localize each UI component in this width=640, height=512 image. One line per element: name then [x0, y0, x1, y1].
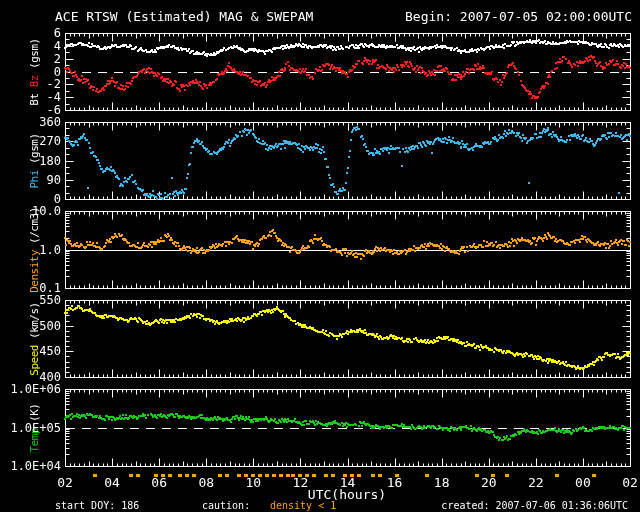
- x-tick-label: 20: [481, 475, 497, 490]
- ace-rtsw-plot: ACE RTSW (Estimated) MAG & SWEPAM Begin:…: [0, 0, 640, 512]
- y-tick-label: 10.0: [0, 204, 61, 218]
- y-tick-label: 1.0E+06: [0, 382, 61, 396]
- y-axis-label-speed: Speed (km/s): [28, 302, 41, 375]
- caution-label: caution:: [202, 500, 250, 511]
- plot-title: ACE RTSW (Estimated) MAG & SWEPAM: [55, 9, 313, 24]
- x-tick-label: 18: [434, 475, 450, 490]
- caution-density-note: density < 1: [270, 500, 336, 511]
- y-tick-label: 550: [0, 293, 61, 307]
- y-tick-label: 450: [0, 344, 61, 358]
- x-tick-label: 06: [151, 475, 167, 490]
- x-tick-label: 10: [246, 475, 262, 490]
- y-tick-label: 1.0E+04: [0, 459, 61, 473]
- start-doy-label: start DOY: 186: [55, 500, 139, 511]
- x-tick-label: 16: [387, 475, 403, 490]
- y-tick-label: 1.0E+05: [0, 421, 61, 435]
- x-tick-label: 04: [104, 475, 120, 490]
- y-tick-label: 270: [0, 134, 61, 148]
- y-tick-label: 180: [0, 154, 61, 168]
- begin-timestamp: Begin: 2007-07-05 02:00:00UTC: [405, 9, 632, 24]
- y-tick-label: 500: [0, 319, 61, 333]
- y-tick-label: 90: [0, 173, 61, 187]
- x-tick-label: 02: [622, 475, 638, 490]
- created-timestamp: created: 2007-07-06 01:36:06UTC: [441, 500, 628, 511]
- x-tick-label: 22: [528, 475, 544, 490]
- x-tick-label: 00: [575, 475, 591, 490]
- x-tick-label: 02: [57, 475, 73, 490]
- x-tick-label: 08: [198, 475, 214, 490]
- x-tick-label: 12: [293, 475, 309, 490]
- y-tick-label: 360: [0, 115, 61, 129]
- y-tick-label: 1.0: [0, 243, 61, 257]
- chart-canvas: [0, 0, 640, 512]
